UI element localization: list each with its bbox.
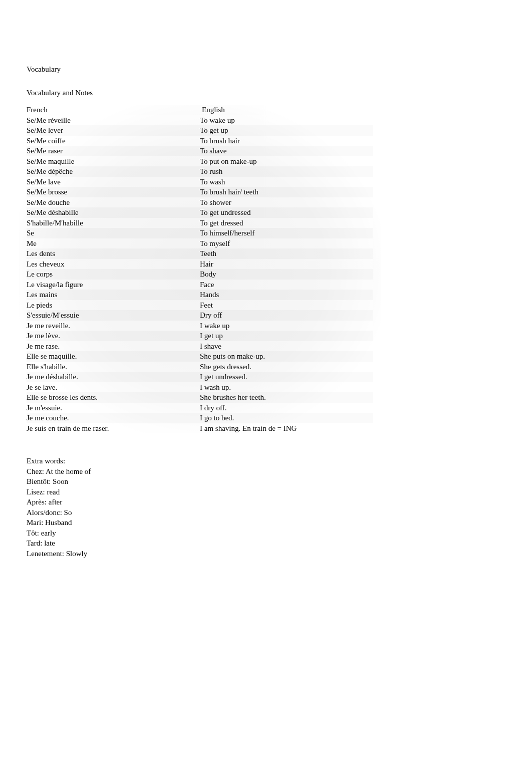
table-row: Je me rase.I shave [27, 341, 373, 352]
table-row: Je me couche.I go to bed. [27, 413, 373, 423]
cell-english: Face [200, 280, 373, 290]
extra-words-list: Chez: At the home ofBientôt: SoonLisez: … [27, 466, 505, 559]
table-body: Se/Me réveilleTo wake upSe/Me leverTo ge… [27, 115, 373, 434]
table-row: Se/Me raserTo shave [27, 146, 373, 156]
cell-english: To get dressed [200, 218, 373, 228]
cell-english: I get undressed. [200, 372, 373, 382]
table-row: Elle s'habille.She gets dressed. [27, 362, 373, 372]
cell-french: Se/Me lave [27, 177, 200, 187]
cell-english: To wash [200, 177, 373, 187]
table-row: Se/Me déshabilleTo get undressed [27, 207, 373, 218]
cell-french: Se/Me maquille [27, 156, 200, 167]
section-subtitle: Vocabulary and Notes [27, 89, 505, 97]
cell-english: She brushes her teeth. [200, 392, 373, 403]
cell-english: To get up [200, 125, 373, 136]
extra-word-line: Mari: Husband [27, 517, 505, 528]
table-row: Je me déshabille.I get undressed. [27, 372, 373, 382]
table-row: Se/Me réveilleTo wake up [27, 115, 373, 126]
cell-english: I dry off. [200, 403, 373, 413]
cell-french: Se/Me coiffe [27, 136, 200, 146]
cell-french: Se/Me réveille [27, 115, 200, 126]
cell-french: S'habille/M'habille [27, 218, 200, 228]
table-row: Se/Me dépêcheTo rush [27, 166, 373, 177]
header-french: French [27, 105, 200, 115]
cell-english: She puts on make-up. [200, 351, 373, 362]
cell-english: To get undressed [200, 207, 373, 218]
cell-english: To wake up [200, 115, 373, 126]
table-inner: French English Se/Me réveilleTo wake upS… [27, 105, 373, 433]
cell-french: Les dents [27, 248, 200, 259]
extra-word-line: Lenetement: Slowly [27, 549, 505, 559]
table-row: Le visage/la figureFace [27, 280, 373, 290]
cell-french: Se/Me brosse [27, 187, 200, 197]
table-row: Je suis en train de me raser.I am shavin… [27, 423, 373, 434]
vocabulary-table: French English Se/Me réveilleTo wake upS… [27, 105, 373, 433]
table-row: Je m'essuie.I dry off. [27, 403, 373, 413]
cell-english: I wake up [200, 321, 373, 331]
cell-english: To brush hair [200, 136, 373, 146]
cell-french: Je me rase. [27, 341, 200, 352]
cell-english: Teeth [200, 248, 373, 259]
cell-english: I go to bed. [200, 413, 373, 423]
extra-word-line: Tard: late [27, 538, 505, 549]
cell-french: Je me déshabille. [27, 372, 200, 382]
cell-english: To rush [200, 166, 373, 177]
extra-word-line: Lisez: read [27, 487, 505, 497]
table-row: Elle se maquille.She puts on make-up. [27, 351, 373, 362]
table-row: Le piedsFeet [27, 300, 373, 311]
cell-french: Je me lève. [27, 331, 200, 341]
cell-french: Se/Me déshabille [27, 207, 200, 218]
cell-french: Elle s'habille. [27, 362, 200, 372]
table-row: Se/Me laveTo wash [27, 177, 373, 187]
cell-french: Je suis en train de me raser. [27, 423, 200, 434]
extra-word-line: Bientôt: Soon [27, 476, 505, 487]
table-row: Se/Me maquilleTo put on make-up [27, 156, 373, 167]
cell-french: S'essuie/M'essuie [27, 310, 200, 321]
table-row: Le corpsBody [27, 269, 373, 280]
table-row: Les mainsHands [27, 290, 373, 300]
table-row: MeTo myself [27, 238, 373, 249]
table-row: Se/Me leverTo get up [27, 125, 373, 136]
extra-words-section: Extra words: Chez: At the home ofBientôt… [27, 456, 505, 559]
table-row: SeTo himself/herself [27, 228, 373, 238]
extra-word-line: Chez: At the home of [27, 466, 505, 477]
cell-french: Se [27, 228, 200, 238]
extra-word-line: Alors/donc: So [27, 507, 505, 518]
cell-french: Je se lave. [27, 382, 200, 393]
cell-french: Se/Me douche [27, 197, 200, 208]
cell-english: Body [200, 269, 373, 280]
cell-french: Se/Me raser [27, 146, 200, 156]
table-row: Les dentsTeeth [27, 248, 373, 259]
cell-english: To shower [200, 197, 373, 208]
table-header-row: French English [27, 105, 373, 115]
table-row: Je me lève.I get up [27, 331, 373, 341]
cell-french: Les mains [27, 290, 200, 300]
extra-words-title: Extra words: [27, 456, 505, 466]
cell-french: Je me reveille. [27, 321, 200, 331]
table-row: S'essuie/M'essuieDry off [27, 310, 373, 321]
cell-english: To brush hair/ teeth [200, 187, 373, 197]
cell-french: Je m'essuie. [27, 403, 200, 413]
cell-english: I get up [200, 331, 373, 341]
cell-english: Dry off [200, 310, 373, 321]
cell-french: Elle se brosse les dents. [27, 392, 200, 403]
cell-english: Hair [200, 259, 373, 270]
cell-french: Se/Me dépêche [27, 166, 200, 177]
cell-english: To himself/herself [200, 228, 373, 238]
cell-english: I shave [200, 341, 373, 352]
table-row: Je se lave.I wash up. [27, 382, 373, 393]
table-row: Les cheveuxHair [27, 259, 373, 270]
cell-english: To put on make-up [200, 156, 373, 167]
cell-english: To myself [200, 238, 373, 249]
header-english: English [200, 105, 373, 115]
cell-french: Les cheveux [27, 259, 200, 270]
extra-word-line: Après: after [27, 497, 505, 507]
cell-english: She gets dressed. [200, 362, 373, 372]
cell-english: Feet [200, 300, 373, 311]
cell-french: Se/Me lever [27, 125, 200, 136]
cell-english: Hands [200, 290, 373, 300]
table-row: Se/Me brosseTo brush hair/ teeth [27, 187, 373, 197]
table-row: Se/Me coiffeTo brush hair [27, 136, 373, 146]
cell-french: Le corps [27, 269, 200, 280]
cell-french: Me [27, 238, 200, 249]
